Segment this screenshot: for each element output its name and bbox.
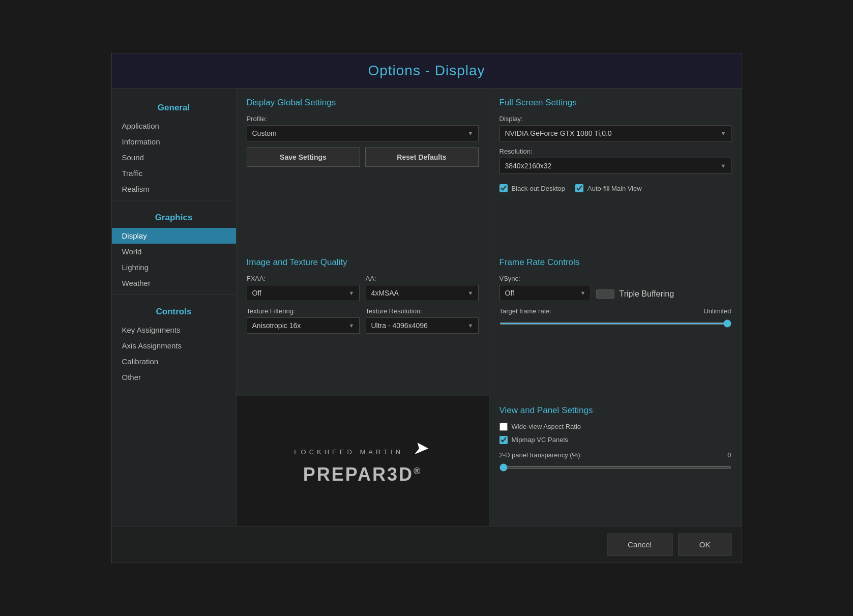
frame-rate-title: Frame Rate Controls [499,257,731,268]
lm-logo-text: LOCKHEED MARTIN ➤ [294,437,430,459]
vsync-select[interactable]: Off On [499,285,591,301]
sidebar-item-key-assignments[interactable]: Key Assignments [112,322,236,338]
sidebar-item-application[interactable]: Application [112,118,236,134]
resolution-select[interactable]: 3840x2160x32 [499,158,731,174]
sidebar-item-traffic[interactable]: Traffic [112,165,236,181]
sidebar-item-calibration[interactable]: Calibration [112,354,236,369]
fullscreen-panel: Full Screen Settings Display: NVIDIA GeF… [489,89,742,248]
mipmap-label: Mipmap VC Panels [512,436,568,444]
content-area: Display Global Settings Profile: Custom … [237,89,742,526]
wide-view-label: Wide-view Aspect Ratio [512,423,581,430]
display-label: Display: [499,115,731,123]
prepar3d-logo-text: PREPAR3D® [303,464,422,485]
sidebar-graphics-title: Graphics [112,203,236,228]
frame-rate-panel: Frame Rate Controls VSync: Off On Triple… [489,248,742,395]
sidebar-controls-title: Controls [112,298,236,322]
sidebar-item-other[interactable]: Other [112,369,236,385]
fxaa-select[interactable]: Off On [247,285,360,301]
aa-label: AA: [366,275,479,282]
sidebar-item-world[interactable]: World [112,244,236,259]
wide-view-checkbox[interactable] [499,423,508,431]
save-settings-button[interactable]: Save Settings [247,148,360,167]
sidebar-item-axis-assignments[interactable]: Axis Assignments [112,338,236,354]
target-frame-label: Target frame rate: [499,307,552,315]
fullscreen-title: Full Screen Settings [499,98,731,108]
blackout-checkbox[interactable] [499,184,508,192]
aa-select[interactable]: 4xMSAA Off 2xMSAA 8xMSAA [366,285,479,301]
sidebar: General Application Information Sound Tr… [112,89,237,526]
texture-filter-label: Texture Filtering: [247,307,360,315]
triple-buffer-toggle[interactable] [596,289,614,299]
display-select[interactable]: NVIDIA GeForce GTX 1080 Ti,0.0 [499,125,731,141]
logo-panel: LOCKHEED MARTIN ➤ PREPAR3D® [237,396,489,526]
ok-button[interactable]: OK [679,534,731,555]
blackout-label: Black-out Desktop [512,185,566,192]
mipmap-checkbox[interactable] [499,436,508,444]
profile-select[interactable]: Custom [247,125,479,141]
window-title: Options - Display [112,53,742,89]
sidebar-item-information[interactable]: Information [112,134,236,150]
sidebar-item-realism[interactable]: Realism [112,181,236,197]
triple-buffer-label: Triple Buffering [620,289,674,299]
transparency-slider[interactable] [499,466,731,468]
sidebar-item-display[interactable]: Display [112,228,236,244]
display-global-panel: Display Global Settings Profile: Custom … [237,89,489,248]
image-texture-panel: Image and Texture Quality FXAA: Off On A… [237,248,489,395]
autofill-label: Auto-fill Main View [587,185,642,192]
autofill-checkbox[interactable] [575,184,583,192]
texture-filter-select[interactable]: Anisotropic 16x Bilinear Trilinear [247,317,360,334]
sidebar-general-title: General [112,94,236,118]
view-panel: View and Panel Settings Wide-view Aspect… [489,396,742,526]
fxaa-label: FXAA: [247,275,360,282]
sidebar-item-weather[interactable]: Weather [112,275,236,291]
transparency-value: 0 [727,451,731,459]
sidebar-item-sound[interactable]: Sound [112,150,236,165]
transparency-label: 2-D panel transparency (%): [499,451,582,459]
reset-defaults-button[interactable]: Reset Defaults [365,148,479,167]
profile-label: Profile: [247,115,479,123]
bottom-bar: Cancel OK [112,526,742,563]
sidebar-item-lighting[interactable]: Lighting [112,259,236,275]
vsync-label: VSync: [499,275,731,282]
texture-res-label: Texture Resolution: [366,307,479,315]
target-frame-slider[interactable] [499,322,731,325]
resolution-label: Resolution: [499,148,731,155]
image-texture-title: Image and Texture Quality [247,257,479,268]
view-panel-title: View and Panel Settings [499,405,731,416]
cancel-button[interactable]: Cancel [607,534,672,555]
target-frame-value: Unlimited [703,307,731,315]
display-global-title: Display Global Settings [247,98,479,108]
texture-res-select[interactable]: Ultra - 4096x4096 High - 2048x2048 Mediu… [366,317,479,334]
